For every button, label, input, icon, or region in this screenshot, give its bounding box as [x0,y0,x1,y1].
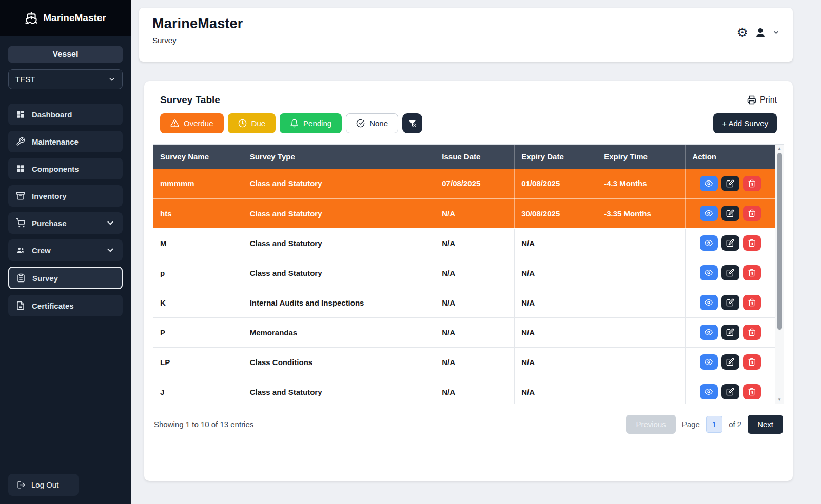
clear-filter-button[interactable] [402,113,422,133]
view-button[interactable] [700,354,718,370]
edit-button[interactable] [721,206,739,221]
user-icon[interactable] [754,27,767,39]
cell-expiry-date: N/A [515,258,597,288]
table-row: p Class and Statutory N/A N/A [153,258,775,288]
delete-button[interactable] [743,384,761,399]
edit-button[interactable] [721,384,739,399]
cell-type: Internal Audits and Inspections [243,288,435,317]
delete-button[interactable] [743,206,761,221]
sidebar-item-label: Dashboard [32,110,72,119]
trash-icon [748,298,756,307]
cell-expiry-time: -4.3 Months [597,169,686,198]
edit-button[interactable] [721,176,739,191]
delete-button[interactable] [743,235,761,251]
scroll-up-arrow[interactable]: ▲ [775,146,784,151]
edit-button[interactable] [721,235,739,251]
next-page-button[interactable]: Next [748,415,783,434]
edit-button[interactable] [721,295,739,310]
trash-icon [748,388,756,396]
current-page-indicator: 1 [706,416,722,433]
edit-icon [726,209,734,217]
filter-due-button[interactable]: Due [228,113,276,133]
filter-due-label: Due [251,119,266,128]
cell-name: K [153,288,243,317]
sidebar-item-inventory[interactable]: Inventory [8,185,123,207]
cell-name: p [153,258,243,288]
delete-button[interactable] [743,295,761,310]
sidebar-item-purchase[interactable]: Purchase [8,212,123,234]
printer-icon [747,95,756,105]
col-survey-type: Survey Type [243,145,435,169]
ship-logo-icon [25,11,38,25]
view-button[interactable] [700,295,718,310]
sidebar-item-label: Inventory [32,192,67,200]
dashboard-icon [16,110,25,119]
cell-name: hts [153,198,243,228]
logout-button[interactable]: Log Out [8,474,79,496]
cell-issue-date: N/A [435,288,515,317]
edit-icon [726,269,734,277]
eye-icon [705,239,713,247]
app-window: MarineMaster Vessel TEST Dashboard Maint… [0,0,821,504]
edit-button[interactable] [721,325,739,340]
table-row: J Class and Statutory N/A N/A [153,377,775,404]
cell-issue-date: N/A [435,198,515,228]
sidebar-item-dashboard[interactable]: Dashboard [8,104,123,125]
crew-icon [16,246,25,255]
delete-button[interactable] [743,354,761,370]
vessel-select[interactable]: TEST [8,69,123,89]
scrollbar-thumb[interactable] [777,153,782,330]
view-button[interactable] [700,206,718,221]
trash-icon [748,239,756,247]
sidebar-item-maintenance[interactable]: Maintenance [8,131,123,152]
print-button[interactable]: Print [747,95,777,105]
clipboard-icon [16,273,26,283]
view-button[interactable] [700,235,718,251]
sidebar-item-components[interactable]: Components [8,158,123,179]
page-count-label: of 2 [729,420,741,429]
filter-x-icon [408,119,417,128]
eye-icon [705,179,713,188]
sidebar-item-crew[interactable]: Crew [8,239,123,261]
cell-expiry-time: -3.35 Months [597,198,686,228]
view-button[interactable] [700,176,718,191]
cell-expiry-date: N/A [515,228,597,258]
edit-button[interactable] [721,265,739,280]
chevron-down-icon[interactable] [773,29,779,36]
cell-issue-date: 07/08/2025 [435,169,515,198]
sidebar-body: Vessel TEST Dashboard Maintenance Compon… [0,36,131,504]
cell-expiry-time [597,347,686,377]
cell-issue-date: N/A [435,377,515,404]
table-row: hts Class and Statutory N/A 30/08/2025 -… [153,198,775,228]
edit-button[interactable] [721,354,739,370]
status-filters: Overdue Due Pending None [160,113,422,133]
sidebar-item-certificates[interactable]: Certificates [8,295,123,316]
add-survey-button[interactable]: + Add Survey [713,113,777,133]
chevron-down-icon [106,246,115,255]
col-survey-name: Survey Name [153,145,243,169]
cell-type: Class and Statutory [243,169,435,198]
view-button[interactable] [700,265,718,280]
delete-button[interactable] [743,325,761,340]
filter-overdue-button[interactable]: Overdue [160,113,224,133]
view-button[interactable] [700,325,718,340]
sidebar-item-survey[interactable]: Survey [8,267,123,289]
delete-button[interactable] [743,265,761,280]
sidebar-item-label: Maintenance [32,137,79,146]
previous-page-button[interactable]: Previous [626,415,675,434]
scroll-down-arrow[interactable]: ▼ [775,397,784,402]
card-title: Survey Table [160,94,220,106]
delete-button[interactable] [743,176,761,191]
view-button[interactable] [700,384,718,399]
cell-expiry-date: 30/08/2025 [515,198,597,228]
cell-name: J [153,377,243,404]
page-label: Page [682,420,700,429]
cell-type: Class and Statutory [243,198,435,228]
filter-pending-button[interactable]: Pending [280,113,342,133]
sidebar-item-label: Survey [32,274,58,283]
filter-none-button[interactable]: None [346,113,398,133]
table-scrollbar[interactable]: ▲ ▼ [775,145,784,404]
clock-icon [238,119,247,128]
gear-icon[interactable]: ⚙ [737,26,748,39]
col-expiry-time: Expiry Time [597,145,686,169]
